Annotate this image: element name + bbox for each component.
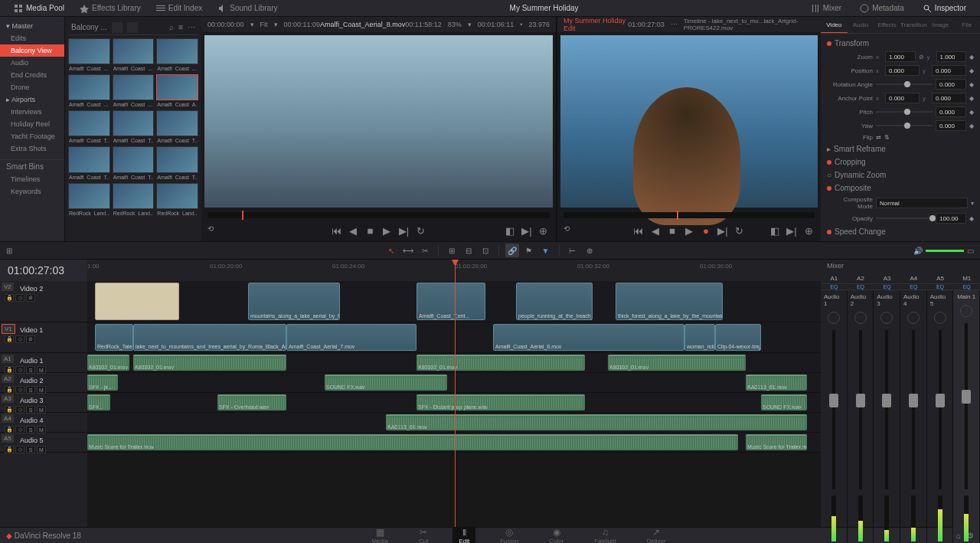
mixer-ch[interactable]: A4 [900,273,927,283]
tl-title[interactable]: My Summer Holiday Edit [564,17,628,32]
track-a4[interactable]: AA0113_01.mov [87,413,821,433]
tl-options-icon[interactable]: ⋯ [671,21,678,28]
clip[interactable]: Amalfi_Coast_T,ent... [416,283,485,320]
clip[interactable]: AA0113_01.mov [746,375,807,391]
clip[interactable]: SOUND FX.wav [761,394,807,411]
mixer-strip[interactable]: Audio 1 [821,290,848,543]
page-edit[interactable]: ⫴Edit [452,525,475,544]
view-thumb-icon[interactable] [127,22,138,33]
src-zoom[interactable]: 83% [448,21,462,28]
blade-tool-icon[interactable]: ✂ [418,244,432,257]
tl-scrubber[interactable] [564,212,815,218]
tl-next-icon[interactable]: ▶| [717,224,729,237]
volume-slider[interactable] [926,250,964,252]
clip[interactable]: SFX - je... [87,375,118,391]
v1-lock-icon[interactable]: 🔒 [5,335,14,343]
sb-timelines[interactable]: Timelines [0,173,64,185]
src-title[interactable]: Amalfi_Coast_Aerial_8.mov [320,21,405,28]
volume-icon[interactable]: 🔊 [913,247,923,255]
btn-metadata[interactable]: Metadata [852,4,912,13]
tl-prev-icon[interactable]: ◀ [649,224,662,237]
tl-match-icon[interactable]: ⟲ [564,224,576,237]
pos-y[interactable]: 0.000 [932,65,966,76]
home-icon[interactable]: ⌂ [956,532,961,540]
bin-drone[interactable]: Drone [0,81,64,93]
src-fit[interactable]: Fit [260,21,268,28]
mixer-ch[interactable]: M1 [953,273,980,283]
trim-tool-icon[interactable]: ⟷ [401,244,415,257]
insp-tab-audio[interactable]: Audio [848,17,874,33]
page-media[interactable]: ▦Media [365,525,394,544]
v2-lock-icon[interactable]: 🔒 [5,294,14,302]
clip[interactable]: Music Score for Trailer.mov [746,434,807,450]
tl-first-icon[interactable]: ⏮ [632,224,645,237]
media-clip[interactable]: Amalfi_Coast_T... [156,110,198,136]
track-v1-header[interactable]: V1Video 1🔒◇⊘ [0,322,87,353]
pitch-slider[interactable] [876,111,933,113]
track-v2[interactable]: Lower 3rd Simple Underlinemountains_alon… [87,281,821,322]
zoom-x[interactable]: 1.000 [885,51,916,62]
tl-view-icon[interactable]: ⊞ [6,247,12,255]
media-clip[interactable]: RedRock_Land... [68,183,110,209]
src-match-icon[interactable]: ⟲ [207,224,220,237]
tl-loop-icon[interactable]: ↻ [733,224,746,237]
media-clip[interactable]: Amalfi_Coast_T... [156,146,198,172]
link-icon[interactable]: ⊘ [919,54,924,61]
tl-append-icon[interactable]: ⊕ [802,224,815,237]
src-play-icon[interactable]: ▶ [381,224,393,237]
pitch-val[interactable]: 0.000 [936,106,966,117]
mixer-strip[interactable]: Audio 5 [927,290,954,543]
zoom-icon[interactable]: ⊕ [583,244,596,257]
media-clip[interactable]: Amalfi_Coast_T... [113,110,155,136]
media-clip[interactable]: Amalfi_Coast_T... [68,110,110,136]
link-icon[interactable]: 🔗 [505,244,519,257]
track-a5-header[interactable]: A5Audio 5🔒◇SM [0,433,87,453]
dim-icon[interactable]: ▭ [967,247,974,255]
mixer-ch[interactable]: A1 [821,273,848,283]
clip[interactable]: woman_ridi... [684,324,715,351]
yaw-val[interactable]: 0.000 [936,120,966,131]
insp-tab-video[interactable]: Video [821,17,848,33]
insp-tab-file[interactable]: File [953,17,980,33]
clip[interactable]: people_running_at_the_beach_in_brig... [516,283,593,320]
rot-slider[interactable] [876,83,933,85]
bin-extra-shots[interactable]: Extra Shots [0,142,64,155]
clip[interactable]: lake_next_to_mountains_and_trees_aerial_… [133,324,286,351]
bin-yacht-footage[interactable]: Yacht Footage [0,130,64,142]
page-color[interactable]: ◉Color [543,525,570,544]
bin-balcony-view[interactable]: Balcony View [0,44,64,57]
clip[interactable]: A80102_01.mov [416,355,585,371]
mixer-strip[interactable]: Audio 3 [874,290,900,543]
tab-media-pool[interactable]: Media Pool [6,4,72,13]
v2-disable[interactable]: ⊘ [26,294,35,302]
tl-monitor[interactable] [560,35,818,208]
tab-edit-index[interactable]: Edit Index [149,4,210,13]
track-v2-header[interactable]: V2Video 2🔒◇⊘ [0,281,87,322]
media-clip[interactable]: Amalfi_Coast_... [156,38,198,64]
track-a2[interactable]: SFX - je...SOUND FX.wavAA0113_01.mov [87,373,821,393]
src-scrubber[interactable] [207,212,550,218]
src-first-icon[interactable]: ⏮ [330,224,342,237]
track-a1-header[interactable]: A1Audio 1🔒◇SM [0,353,87,373]
track-v1[interactable]: RedRock_Talent_3...lake_next_to_mountain… [87,322,821,353]
bin-name[interactable]: Balcony ... [71,23,107,31]
media-clip[interactable]: Amalfi_Coast_T... [113,146,155,172]
media-clip[interactable]: Amalfi_Coast_... [68,38,110,64]
rot-val[interactable]: 0.000 [936,79,966,90]
sec-composite[interactable]: Composite [827,182,974,195]
track-a4-header[interactable]: A4Audio 4🔒◇SM [0,413,87,433]
bin-holiday-reel[interactable]: Holiday Reel [0,118,64,130]
clip[interactable]: SFX - Distant prop plane.wav [416,394,585,411]
mixer-strip[interactable]: Audio 4 [900,290,927,543]
insp-tab-transition[interactable]: Transition [900,17,927,33]
bin-interviews[interactable]: Interviews [0,106,64,118]
insp-tab-effects[interactable]: Effects [874,17,900,33]
tl-rec-icon[interactable]: ● [700,224,712,237]
anchor-y[interactable]: 0.000 [932,93,966,103]
marker-icon[interactable]: ▼ [539,244,553,257]
sec-cropping[interactable]: Cropping [827,155,974,168]
src-loop-icon[interactable]: ↻ [414,224,426,237]
tl-stop-icon[interactable]: ■ [666,224,678,237]
view-list-icon[interactable] [112,22,122,33]
mixer-ch[interactable]: A3 [874,273,900,283]
